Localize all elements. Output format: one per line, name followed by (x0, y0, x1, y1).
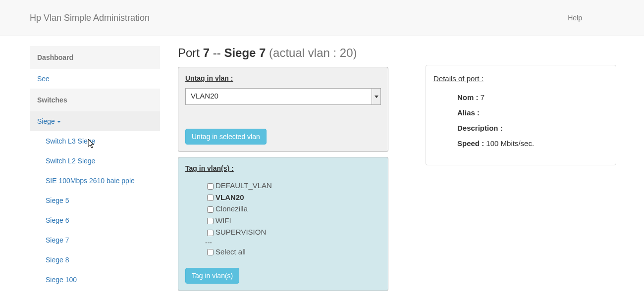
sidebar-item-siege-7[interactable]: Siege 7 (30, 230, 160, 250)
detail-value: 100 Mbits/sec. (484, 139, 534, 148)
vlan-checkbox-clonezilla[interactable] (207, 206, 214, 213)
detail-row-nom: Nom : 7 (433, 90, 608, 105)
detail-row-speed: Speed : 100 Mbits/sec. (433, 136, 608, 151)
vlan-checkbox-list: DEFAULT_VLAN VLAN20 Clonezilla WIFI SUPE… (185, 178, 381, 268)
vlan-checkbox-vlan20[interactable] (207, 195, 214, 201)
sidebar-header-switches: Switches (30, 89, 160, 111)
sidebar-item-siege-5[interactable]: Siege 5 (30, 191, 160, 210)
untag-vlan-value: VLAN20 (186, 89, 372, 104)
title-port-name: Siege 7 (224, 46, 266, 59)
sidebar-item-switch-l2[interactable]: Switch L2 Siege (30, 151, 160, 171)
page-title: Port 7 -- Siege 7 (actual vlan : 20) (178, 46, 408, 60)
detail-label: Nom : (457, 93, 479, 101)
vlan-separator: --- (205, 239, 381, 247)
caret-down-icon (57, 121, 61, 123)
vlan-option: Select all (205, 247, 381, 258)
untag-panel: Untag in vlan : VLAN20 Untag in selected… (178, 67, 388, 152)
sidebar-header-dashboard: Dashboard (30, 46, 160, 69)
vlan-checkbox-default[interactable] (207, 183, 214, 190)
vlan-option-label: DEFAULT_VLAN (215, 181, 272, 190)
vlan-option: WIFI (205, 215, 381, 227)
title-port-num: 7 (203, 46, 210, 59)
tag-button[interactable]: Tag in vlan(s) (185, 268, 239, 284)
sidebar-group-siege[interactable]: Siege (30, 111, 160, 131)
vlan-checkbox-wifi[interactable] (207, 218, 214, 224)
detail-row-description: Description : (433, 120, 608, 136)
vlan-option-label: WIFI (215, 216, 231, 225)
chevron-down-icon (375, 96, 378, 98)
topbar: Hp Vlan Simple Administration Help (0, 0, 644, 36)
title-dash: -- (210, 46, 224, 59)
vlan-checkbox-select-all[interactable] (207, 249, 214, 255)
details-panel: Details of port : Nom : 7 Alias : Descri… (426, 65, 616, 165)
sidebar-group-label: Siege (37, 117, 55, 125)
details-title: Details of port : (433, 74, 608, 83)
untag-vlan-select[interactable]: VLAN20 (185, 88, 381, 105)
vlan-select-all-label: Select all (215, 247, 246, 256)
title-suffix: (actual vlan : 20) (266, 46, 357, 59)
detail-label: Description : (457, 124, 503, 132)
vlan-checkbox-supervision[interactable] (207, 230, 214, 236)
sidebar-item-siege-6[interactable]: Siege 6 (30, 210, 160, 230)
detail-row-alias: Alias : (433, 105, 608, 120)
title-port-label: Port (178, 46, 200, 59)
sidebar-item-siege-100[interactable]: Siege 100 (30, 270, 160, 290)
help-link[interactable]: Help (568, 14, 637, 22)
tag-panel: Tag in vlan(s) : DEFAULT_VLAN VLAN20 Clo… (178, 157, 388, 291)
sidebar-item-sie-100mbps[interactable]: SIE 100Mbps 2610 baie pple (30, 171, 160, 191)
brand-title: Hp Vlan Simple Administration (7, 13, 150, 23)
vlan-option: SUPERVISION (205, 227, 381, 239)
vlan-option: VLAN20 (205, 192, 381, 204)
vlan-option-label: Clonezilla (215, 204, 248, 213)
vlan-option: Clonezilla (205, 203, 381, 215)
select-dropdown-button[interactable] (372, 89, 380, 104)
vlan-option-label: SUPERVISION (215, 228, 266, 236)
detail-label: Alias : (457, 108, 480, 117)
sidebar-item-switch-l3[interactable]: Switch L3 Siege (30, 131, 160, 151)
detail-label: Speed : (457, 139, 484, 148)
tag-label: Tag in vlan(s) : (185, 164, 381, 172)
detail-value: 7 (479, 93, 485, 101)
sidebar-item-see[interactable]: See (30, 69, 160, 89)
untag-button[interactable]: Untag in selected vlan (185, 129, 267, 145)
untag-label: Untag in vlan : (185, 74, 381, 82)
vlan-option-label: VLAN20 (215, 193, 244, 201)
vlan-option: DEFAULT_VLAN (205, 180, 381, 192)
sidebar-item-siege-8[interactable]: Siege 8 (30, 250, 160, 270)
sidebar: Dashboard See Switches Siege Switch L3 S… (30, 46, 160, 296)
